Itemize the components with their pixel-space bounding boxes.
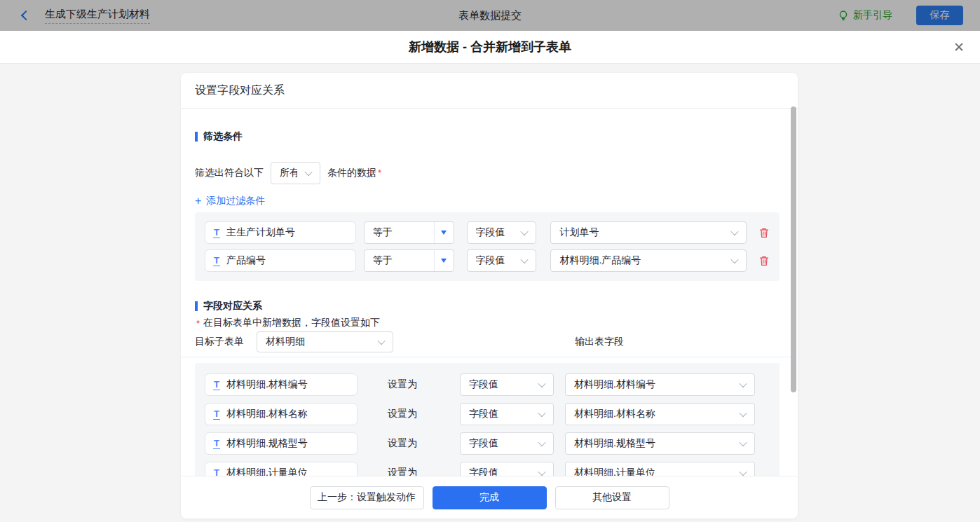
chevron-down-icon — [739, 409, 747, 417]
value-type-select[interactable]: 字段值 — [460, 373, 554, 396]
value-type-value: 字段值 — [469, 408, 531, 420]
mapping-field-box: T 材料明细.规格型号 — [205, 432, 358, 455]
text-field-icon: T — [213, 256, 220, 266]
value-type-value: 字段值 — [469, 378, 531, 391]
modal-title: 新增数据 - 合并新增到子表单 — [409, 39, 571, 55]
operator-dropdown-button[interactable] — [434, 222, 454, 243]
chevron-down-icon — [538, 380, 545, 387]
other-settings-button[interactable]: 其他设置 — [555, 486, 669, 509]
required-asterisk: * — [196, 318, 200, 329]
text-field-icon: T — [213, 380, 220, 390]
chevron-down-icon — [538, 409, 545, 417]
delete-condition-button[interactable] — [758, 227, 770, 239]
mapping-field-box: T 材料明细.计量单位 — [205, 462, 358, 476]
value-type-value: 字段值 — [469, 437, 531, 450]
text-field-icon: T — [213, 439, 220, 449]
section-accent-bar — [195, 132, 198, 142]
chevron-down-icon — [739, 468, 747, 476]
mapping-row: T 材料明细.规格型号 设置为 字段值 材料明细.规格型号 — [205, 432, 770, 455]
source-field-value: 材料明细.计量单位 — [574, 467, 732, 476]
save-button[interactable]: 保存 — [916, 6, 963, 25]
target-subform-select[interactable]: 材料明细 — [257, 331, 393, 352]
modal-content: 设置字段对应关系 筛选条件 筛选出符合以下 所有 条件的数据* + 添加过滤条件 — [0, 64, 980, 521]
add-filter-condition-link[interactable]: + 添加过滤条件 — [195, 194, 265, 208]
value-type-select[interactable]: 字段值 — [467, 249, 537, 272]
chevron-down-icon — [377, 337, 385, 345]
sentence-suffix: 条件的数据* — [327, 167, 381, 179]
beginner-guide-link[interactable]: 新手引导 — [838, 9, 892, 22]
set-to-label: 设置为 — [388, 378, 417, 391]
mapping-field-box: T 材料明细.材料编号 — [205, 373, 358, 396]
plus-icon: + — [195, 195, 201, 207]
chevron-down-icon — [521, 228, 529, 235]
chevron-down-icon — [538, 439, 545, 446]
delete-condition-button[interactable] — [758, 255, 770, 267]
set-to-label: 设置为 — [388, 408, 417, 420]
lightbulb-icon — [838, 10, 849, 22]
source-field-value: 材料明细.材料名称 — [574, 408, 732, 420]
suffix-label: 条件的数据 — [327, 167, 376, 178]
mapping-field-label: 材料明细.材料名称 — [226, 408, 308, 420]
filter-section-heading: 筛选条件 — [195, 130, 780, 144]
source-field-value: 材料明细.规格型号 — [574, 437, 732, 450]
mapping-field-box: T 材料明细.材料名称 — [205, 403, 358, 425]
filter-rows-panel: T 主生产计划单号 等于 字段值 计划单号 — [195, 212, 780, 281]
previous-step-button[interactable]: 上一步：设置触发动作 — [310, 486, 424, 509]
filter-field-box: T 产品编号 — [205, 249, 356, 272]
section-divider — [181, 357, 798, 357]
source-field-select[interactable]: 材料明细.规格型号 — [565, 432, 755, 455]
match-mode-select[interactable]: 所有 — [271, 162, 320, 184]
filter-sentence: 筛选出符合以下 所有 条件的数据* — [195, 162, 780, 184]
mapping-hint: * 在目标表单中新增数据，字段值设置如下 — [195, 316, 780, 330]
required-asterisk: * — [378, 167, 381, 178]
filter-field-label: 产品编号 — [226, 254, 266, 267]
text-field-icon: T — [213, 468, 220, 476]
operator-value: 等于 — [365, 250, 434, 271]
filter-field-box: T 主生产计划单号 — [205, 221, 356, 244]
filter-field-label: 主生产计划单号 — [226, 226, 295, 239]
source-field-select[interactable]: 材料明细.材料编号 — [565, 373, 755, 396]
output-fields-label: 输出表字段 — [575, 336, 624, 348]
chevron-down-icon — [304, 168, 312, 176]
operator-select[interactable]: 等于 — [364, 221, 454, 244]
done-button[interactable]: 完成 — [433, 486, 547, 509]
value-type-value: 字段值 — [476, 226, 514, 239]
value-type-select[interactable]: 字段值 — [460, 462, 554, 476]
chevron-down-icon — [739, 439, 747, 446]
chevron-down-icon — [521, 256, 529, 263]
compare-value-select[interactable]: 材料明细.产品编号 — [550, 249, 747, 272]
target-subform-value: 材料明细 — [266, 336, 370, 348]
operator-select[interactable]: 等于 — [364, 249, 454, 272]
mapping-field-label: 材料明细.计量单位 — [226, 467, 308, 476]
compare-value-select[interactable]: 计划单号 — [550, 221, 747, 244]
chevron-down-icon — [538, 468, 545, 476]
guide-label: 新手引导 — [853, 9, 892, 22]
trash-icon — [758, 255, 770, 267]
source-field-select[interactable]: 材料明细.材料名称 — [565, 403, 755, 425]
card-scroll-area: 筛选条件 筛选出符合以下 所有 条件的数据* + 添加过滤条件 — [181, 109, 798, 476]
scrollbar-thumb[interactable] — [791, 107, 796, 392]
mapping-field-label: 材料明细.规格型号 — [226, 437, 308, 450]
mapping-hint-text: 在目标表单中新增数据，字段值设置如下 — [203, 317, 380, 329]
value-type-select[interactable]: 字段值 — [460, 403, 554, 425]
value-type-value: 字段值 — [476, 254, 514, 267]
page-title: 表单数据提交 — [0, 9, 980, 22]
text-field-icon: T — [213, 228, 220, 238]
chevron-down-icon — [730, 256, 738, 263]
add-filter-label: 添加过滤条件 — [206, 195, 265, 207]
mapping-row: T 材料明细.计量单位 设置为 字段值 材料明细.计量单位 — [205, 462, 770, 476]
value-type-select[interactable]: 字段值 — [467, 221, 537, 244]
operator-dropdown-button[interactable] — [434, 250, 454, 271]
value-type-value: 字段值 — [469, 467, 531, 476]
target-subform-label: 目标子表单 — [195, 336, 244, 348]
source-field-select[interactable]: 材料明细.计量单位 — [565, 462, 755, 476]
value-type-select[interactable]: 字段值 — [460, 432, 554, 455]
text-field-icon: T — [213, 409, 220, 420]
close-icon[interactable]: ✕ — [953, 41, 965, 54]
target-subform-row: 目标子表单 材料明细 输出表字段 — [195, 331, 780, 352]
filter-row: T 主生产计划单号 等于 字段值 计划单号 — [205, 221, 770, 244]
mapping-row: T 材料明细.材料名称 设置为 字段值 材料明细.材料名称 — [205, 403, 770, 425]
mapping-rows-panel: T 材料明细.材料编号 设置为 字段值 材料明细.材料编号 T — [195, 363, 780, 476]
trash-icon — [758, 227, 770, 239]
settings-card: 设置字段对应关系 筛选条件 筛选出符合以下 所有 条件的数据* + 添加过滤条件 — [181, 73, 798, 518]
